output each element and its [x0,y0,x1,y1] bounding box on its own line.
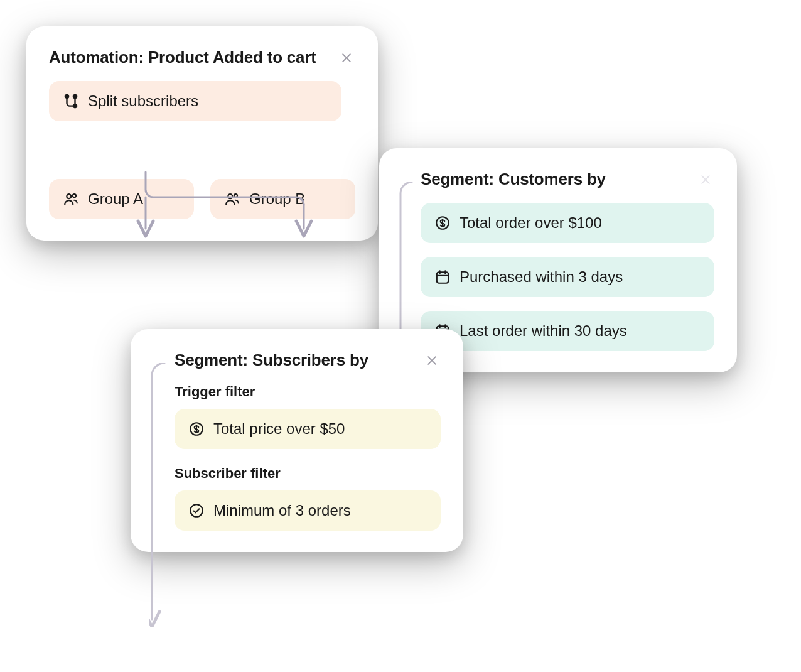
calendar-icon [434,269,451,285]
close-icon[interactable] [697,171,714,188]
dollar-icon [188,421,205,437]
close-icon[interactable] [338,49,355,67]
filter-purchased-3-days[interactable]: Purchased within 3 days [421,257,714,297]
svg-point-7 [67,194,71,198]
filter-label: Last order within 30 days [460,322,627,340]
filter-label: Purchased within 3 days [460,268,623,286]
customers-header: Segment: Customers by [421,170,714,189]
automation-card: Automation: Product Added to cart Split … [26,26,378,241]
dollar-icon [434,215,451,231]
filter-total-order[interactable]: Total order over $100 [421,203,714,243]
subscriber-filter-section: Subscriber filter Minimum of 3 orders [175,465,441,531]
filter-last-order-30-days[interactable]: Last order within 30 days [421,311,714,351]
filter-label: Total order over $100 [460,214,602,232]
svg-point-8 [73,194,76,197]
split-subscribers-chip[interactable]: Split subscribers [49,81,341,121]
split-icon [63,93,79,109]
segment-subscribers-card: Segment: Subscribers by Trigger filter T… [131,329,463,552]
subscriber-filter-chip[interactable]: Minimum of 3 orders [175,490,441,531]
split-label: Split subscribers [88,92,198,110]
customers-filter-list: Total order over $100 Purchased within 3… [421,203,714,351]
subscribers-connector [149,363,166,627]
subscriber-filter-label: Minimum of 3 orders [213,502,351,519]
svg-point-25 [190,504,203,517]
customers-title: Segment: Customers by [421,170,606,189]
subscriber-filter-heading: Subscriber filter [175,465,441,482]
close-icon[interactable] [423,352,441,369]
trigger-filter-chip[interactable]: Total price over $50 [175,409,441,449]
users-icon [63,191,79,207]
trigger-filter-label: Total price over $50 [213,420,345,438]
automation-header: Automation: Product Added to cart [49,48,355,67]
flow-connector [121,172,321,241]
check-icon [188,502,205,519]
subscribers-header: Segment: Subscribers by [175,350,441,370]
automation-title: Automation: Product Added to cart [49,48,316,67]
svg-rect-14 [437,272,448,283]
subscribers-title: Segment: Subscribers by [175,350,368,370]
trigger-filter-section: Trigger filter Total price over $50 [175,384,441,449]
trigger-filter-heading: Trigger filter [175,384,441,400]
